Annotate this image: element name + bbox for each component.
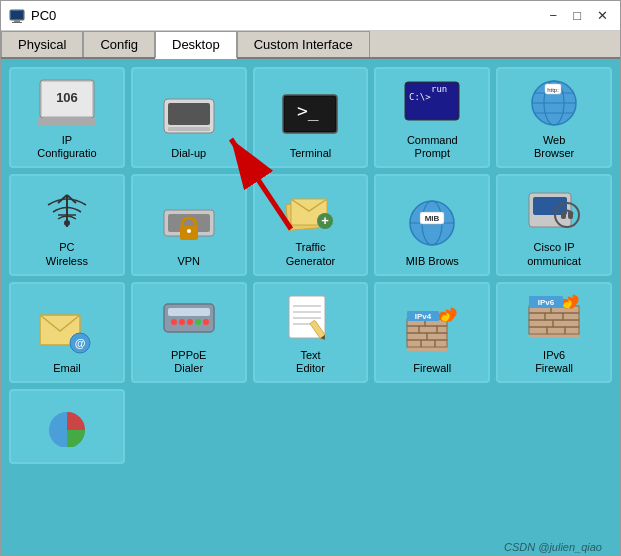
text-editor-image [280, 290, 340, 345]
pppoe-dialer-image [159, 290, 219, 345]
ip-config-label: IPConfiguratio [37, 134, 96, 160]
svg-rect-1 [14, 20, 20, 22]
terminal-label: Terminal [290, 147, 332, 160]
vpn-image [159, 196, 219, 251]
terminal-image: >_ [280, 88, 340, 143]
svg-rect-11 [168, 103, 210, 125]
icon-vpn[interactable]: VPN [131, 174, 247, 275]
svg-text:C:\>: C:\> [409, 92, 431, 102]
icon-web-browser[interactable]: http: WebBrowser [496, 67, 612, 168]
svg-text:MIB: MIB [425, 214, 440, 223]
main-content: 106 IPConfiguratio Dial-up [1, 59, 620, 556]
ipv6-firewall-image: IPv6 [524, 290, 584, 345]
ip-config-image: 106 [37, 75, 97, 130]
cisco-ip-communicator-image [524, 182, 584, 237]
icon-firewall[interactable]: IPv4 Firewall [374, 282, 490, 383]
svg-text:+: + [322, 213, 330, 228]
svg-point-55 [171, 319, 177, 325]
svg-point-56 [179, 319, 185, 325]
svg-text:IPv4: IPv4 [415, 312, 432, 321]
icon-mib-browser[interactable]: MIB MIB Brows [374, 174, 490, 275]
minimize-button[interactable]: − [546, 8, 562, 23]
svg-text:IPv6: IPv6 [538, 298, 555, 307]
computer-icon [9, 8, 25, 24]
svg-text:106: 106 [56, 90, 78, 105]
cisco-ip-communicator-label: Cisco IPommunicat [527, 241, 581, 267]
title-bar: PC0 − □ ✕ [1, 1, 620, 31]
mib-browser-label: MIB Brows [406, 255, 459, 268]
pie-chart-image [37, 397, 97, 452]
maximize-button[interactable]: □ [569, 8, 585, 23]
svg-point-58 [195, 319, 201, 325]
svg-text:@: @ [75, 337, 86, 349]
svg-rect-12 [168, 127, 210, 131]
svg-rect-80 [529, 306, 579, 338]
pc-wireless-label: PCWireless [46, 241, 88, 267]
svg-rect-54 [168, 308, 210, 316]
dial-up-label: Dial-up [171, 147, 206, 160]
tab-custom-interface[interactable]: Custom Interface [237, 31, 370, 57]
email-label: Email [53, 362, 81, 375]
icon-ipv6-firewall[interactable]: IPv6 IPv6Firewall [496, 282, 612, 383]
svg-text:run: run [431, 84, 447, 94]
icon-pie-chart[interactable] [9, 389, 125, 464]
svg-text:>_: >_ [297, 100, 319, 121]
title-bar-left: PC0 [9, 8, 56, 24]
pc-wireless-image [37, 182, 97, 237]
svg-point-57 [187, 319, 193, 325]
svg-rect-9 [38, 118, 96, 126]
watermark: CSDN @julien_qiao [504, 541, 602, 553]
svg-point-31 [64, 220, 70, 226]
svg-point-59 [203, 319, 209, 325]
ipv6-firewall-label: IPv6Firewall [535, 349, 573, 375]
icon-pppoe-dialer[interactable]: PPPoEDialer [131, 282, 247, 383]
icon-pc-wireless[interactable]: PCWireless [9, 174, 125, 275]
icon-email[interactable]: @ Email [9, 282, 125, 383]
tab-bar: Physical Config Desktop Custom Interface [1, 31, 620, 59]
command-prompt-image: C:\> run [402, 75, 462, 130]
tab-desktop[interactable]: Desktop [155, 31, 237, 59]
mib-browser-image: MIB [402, 196, 462, 251]
command-prompt-label: CommandPrompt [407, 134, 458, 160]
icon-grid: 106 IPConfiguratio Dial-up [9, 67, 612, 464]
email-image: @ [37, 303, 97, 358]
window-title: PC0 [31, 8, 56, 23]
firewall-image: IPv4 [402, 303, 462, 358]
close-button[interactable]: ✕ [593, 8, 612, 23]
icon-ip-configuration[interactable]: 106 IPConfiguratio [9, 67, 125, 168]
icon-text-editor[interactable]: TextEditor [253, 282, 369, 383]
icon-dial-up[interactable]: Dial-up [131, 67, 247, 168]
traffic-generator-image: + [280, 182, 340, 237]
icon-cisco-ip-communicator[interactable]: Cisco IPommunicat [496, 174, 612, 275]
svg-rect-3 [11, 11, 23, 19]
svg-text:http:: http: [547, 87, 559, 93]
text-editor-label: TextEditor [296, 349, 325, 375]
traffic-generator-label: TrafficGenerator [286, 241, 336, 267]
dial-up-image [159, 88, 219, 143]
vpn-label: VPN [177, 255, 200, 268]
svg-rect-2 [12, 22, 22, 23]
firewall-label: Firewall [413, 362, 451, 375]
pppoe-dialer-label: PPPoEDialer [171, 349, 206, 375]
title-controls: − □ ✕ [546, 8, 612, 23]
icon-traffic-generator[interactable]: + TrafficGenerator [253, 174, 369, 275]
svg-point-35 [187, 229, 191, 233]
tab-config[interactable]: Config [83, 31, 155, 57]
icon-command-prompt[interactable]: C:\> run CommandPrompt [374, 67, 490, 168]
web-browser-image: http: [524, 75, 584, 130]
tab-physical[interactable]: Physical [1, 31, 83, 57]
icon-terminal[interactable]: >_ Terminal [253, 67, 369, 168]
web-browser-label: WebBrowser [534, 134, 574, 160]
